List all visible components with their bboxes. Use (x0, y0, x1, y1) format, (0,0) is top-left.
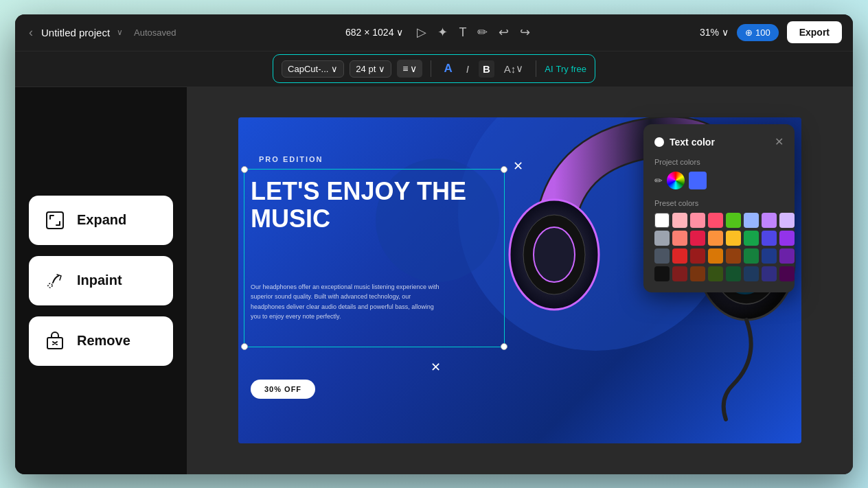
swatch-deepviolet[interactable] (779, 266, 795, 281)
svg-point-1 (48, 283, 52, 288)
swatch-indigo[interactable] (762, 231, 777, 246)
dimension-button[interactable]: 682 × 1024 ∨ (345, 27, 403, 38)
swatch-white[interactable] (654, 213, 670, 228)
handle-top-left[interactable] (241, 166, 248, 173)
italic-button[interactable]: I (462, 60, 473, 78)
swatch-red3[interactable] (672, 248, 687, 264)
close-x-bottom: ✕ (431, 360, 441, 375)
swatch-deepindigo[interactable] (762, 266, 777, 281)
text-tool-button[interactable]: T (459, 25, 466, 40)
text-toolbar: CapCut-... ∨ 24 pt ∨ ≡ ∨ A I B A↕ (273, 54, 595, 83)
swatch-yellow1[interactable] (726, 231, 741, 246)
swatch-darkpurple[interactable] (779, 248, 795, 264)
project-colors-row: ✏ (654, 172, 784, 189)
swatch-darkorange[interactable] (726, 248, 741, 264)
popup-close-button[interactable]: ✕ (775, 135, 784, 148)
top-bar: ‹ Untitled project ∨ Autosaved 682 × 102… (15, 14, 853, 51)
project-colors-label: Project colors (654, 158, 784, 166)
top-bar-right: 31% ∨ ⊕ 100 Export (700, 21, 842, 43)
swatch-navy[interactable] (762, 248, 777, 264)
toolbar-icons: ▷ ✦ T ✏ ↩ ↪ (417, 25, 530, 40)
popup-title: Text color (654, 137, 715, 148)
popup-title-dot (654, 137, 664, 147)
title-chevron-icon: ∨ (117, 27, 123, 37)
popup-header: Text color ✕ (654, 135, 784, 148)
text-color-button[interactable]: A (439, 59, 456, 78)
swatch-deepgreen[interactable] (726, 266, 741, 281)
remove-icon (43, 329, 67, 353)
text-size-button[interactable]: A↕ ∨ (500, 60, 528, 78)
svg-point-5 (534, 227, 575, 282)
export-button[interactable]: Export (787, 21, 842, 43)
preset-colors-label: Preset colors (654, 199, 784, 207)
swatch-blue1[interactable] (744, 213, 759, 228)
magic-tool-button[interactable]: ✦ (437, 25, 448, 40)
swatch-darkgreen[interactable] (744, 248, 759, 264)
inpaint-button[interactable]: Inpaint (29, 256, 173, 305)
canvas-area[interactable]: PRO EDITION LET'S ENJOY THE MUSIC Our he… (187, 87, 853, 474)
redo-button[interactable]: ↪ (520, 25, 530, 40)
top-bar-center: 682 × 1024 ∨ ▷ ✦ T ✏ ↩ ↪ (185, 25, 692, 40)
blue-color-swatch[interactable] (689, 172, 707, 189)
app-window: ‹ Untitled project ∨ Autosaved 682 × 102… (15, 14, 853, 474)
swatch-orange1[interactable] (708, 231, 723, 246)
canvas-container: PRO EDITION LET'S ENJOY THE MUSIC Our he… (238, 117, 801, 443)
select-tool-button[interactable]: ▷ (417, 25, 426, 40)
font-size-button[interactable]: 24 pt ∨ (350, 60, 391, 78)
project-title: Untitled project (41, 27, 110, 38)
undo-button[interactable]: ↩ (499, 25, 509, 40)
swatch-purple1[interactable] (762, 213, 777, 228)
expand-icon (43, 208, 67, 233)
svg-rect-0 (47, 212, 63, 229)
divider-2 (536, 60, 536, 77)
swatch-lavender[interactable] (779, 213, 795, 228)
cta-button: 30% OFF (251, 380, 315, 399)
swatch-darkred2[interactable] (672, 266, 687, 281)
credits-button[interactable]: ⊕ 100 (737, 24, 779, 41)
preset-colors-grid (654, 213, 784, 281)
font-select-button[interactable]: CapCut-... ∨ (282, 60, 344, 78)
pro-edition-text: PRO EDITION (259, 155, 323, 163)
bold-button[interactable]: B (479, 60, 494, 78)
main-heading-text: LET'S ENJOY THE MUSIC (251, 178, 484, 232)
main-area: Expand Inpaint (15, 87, 853, 474)
swatch-black[interactable] (654, 266, 670, 281)
swatch-darknavy[interactable] (744, 266, 759, 281)
pen-tool-button[interactable]: ✏ (477, 25, 488, 40)
back-button[interactable]: ‹ (26, 23, 36, 43)
zoom-button[interactable]: 31% ∨ (700, 27, 729, 38)
top-bar-left: ‹ Untitled project ∨ Autosaved (26, 23, 176, 43)
swatch-pink1[interactable] (672, 213, 687, 228)
swatch-green2[interactable] (744, 231, 759, 246)
expand-button[interactable]: Expand (29, 196, 173, 245)
text-color-popup: Text color ✕ Project colors ✏ Preset col… (643, 124, 795, 292)
align-button[interactable]: ≡ ∨ (397, 60, 422, 78)
pencil-icon-button[interactable]: ✏ (654, 175, 663, 186)
swatch-brown[interactable] (690, 266, 705, 281)
swatch-red1[interactable] (708, 213, 723, 228)
handle-bottom-left[interactable] (241, 343, 248, 350)
ai-try-free-button[interactable]: AI Try free (545, 64, 586, 74)
gradient-color-swatch[interactable] (667, 172, 685, 189)
swatch-pink2[interactable] (690, 213, 705, 228)
swatch-red2[interactable] (690, 231, 705, 246)
swatch-gray1[interactable] (654, 231, 670, 246)
swatch-amber[interactable] (708, 248, 723, 264)
swatch-olive[interactable] (708, 266, 723, 281)
left-sidebar: Expand Inpaint (15, 87, 187, 474)
autosaved-label: Autosaved (134, 27, 176, 38)
swatch-purple2[interactable] (779, 231, 795, 246)
body-text: Our headphones offer an exceptional musi… (251, 282, 443, 322)
divider-1 (431, 60, 431, 77)
swatch-darkgray[interactable] (654, 248, 670, 264)
swatch-darkred[interactable] (690, 248, 705, 264)
swatch-salmon[interactable] (672, 231, 687, 246)
inpaint-icon (43, 268, 67, 293)
swatch-green1[interactable] (726, 213, 741, 228)
toolbar-row: CapCut-... ∨ 24 pt ∨ ≡ ∨ A I B A↕ (15, 51, 853, 87)
remove-button[interactable]: Remove (29, 316, 173, 366)
